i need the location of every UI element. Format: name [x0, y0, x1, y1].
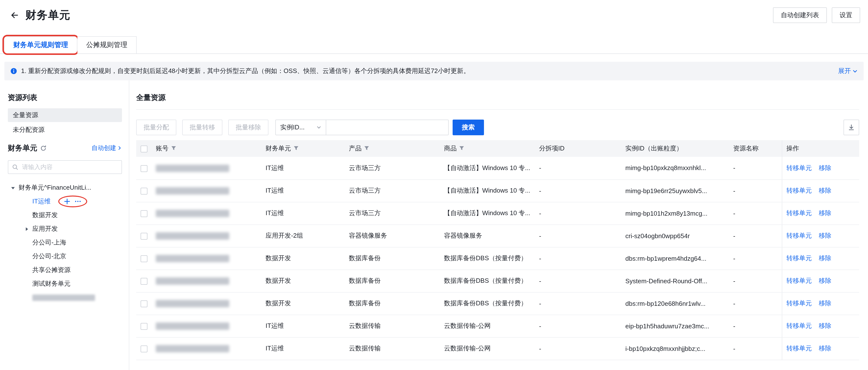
- commodity-cell: 云数据传输-公网: [440, 315, 535, 337]
- actions-cell: 转移单元移除: [782, 179, 859, 202]
- filter-funnel-icon[interactable]: [459, 145, 465, 152]
- commodity-cell: 数据库备份DBS（按量付费）: [440, 247, 535, 270]
- batch-remove-button[interactable]: 批量移除: [228, 120, 269, 135]
- batch-transfer-button[interactable]: 批量转移: [182, 120, 222, 135]
- resource-name-cell: -: [730, 202, 782, 224]
- transfer-unit-link[interactable]: 转移单元: [786, 187, 812, 194]
- filter-field-select[interactable]: 实例ID...: [275, 120, 326, 135]
- tree-node-data-dev[interactable]: 数据开发: [8, 208, 122, 222]
- actions-cell: 转移单元移除: [782, 270, 859, 292]
- unit-cell: IT运维: [261, 202, 345, 224]
- tree-node-branch-shanghai[interactable]: 分公司-上海: [8, 236, 122, 249]
- remove-link[interactable]: 移除: [819, 254, 832, 262]
- expand-link[interactable]: 展开: [838, 67, 858, 75]
- row-checkbox[interactable]: [141, 278, 148, 285]
- table-row: 数据开发 数据库备份 数据库备份DBS（按量付费） - dbs:rm-bp120…: [136, 292, 859, 315]
- split-id-cell: -: [535, 157, 621, 179]
- caret-right-icon[interactable]: [25, 227, 32, 231]
- transfer-unit-link[interactable]: 转移单元: [786, 164, 812, 172]
- row-checkbox[interactable]: [141, 345, 148, 352]
- tree-node-it-ops[interactable]: IT运维: [8, 194, 122, 208]
- remove-link[interactable]: 移除: [819, 344, 832, 352]
- tree-node-label: 分公司-上海: [32, 238, 66, 247]
- transfer-unit-link[interactable]: 转移单元: [786, 344, 812, 352]
- caret-down-icon[interactable]: [11, 185, 19, 190]
- column-account: 账号: [152, 140, 261, 157]
- batch-assign-button[interactable]: 批量分配: [136, 120, 176, 135]
- unit-cell: 数据开发: [261, 247, 345, 270]
- commodity-cell: 容器镜像服务: [440, 224, 535, 247]
- table-row: IT运维 云市场三方 【自动激活】Windows 10 专... - mimg-…: [136, 157, 859, 179]
- auto-create-link[interactable]: 自动创建: [92, 144, 122, 152]
- actions-cell: 转移单元移除: [782, 157, 859, 179]
- tree-node-app-dev[interactable]: 应用开发: [8, 222, 122, 236]
- account-cell: [152, 179, 261, 202]
- download-icon: [848, 124, 855, 131]
- unit-cell: IT运维: [261, 337, 345, 360]
- remove-link[interactable]: 移除: [819, 277, 832, 284]
- settings-button[interactable]: 设置: [832, 7, 860, 23]
- commodity-cell: 【自动激活】Windows 10 专...: [440, 157, 535, 179]
- commodity-cell: 云数据传输-公网: [440, 337, 535, 360]
- remove-link[interactable]: 移除: [819, 232, 832, 239]
- node-action-icons: [61, 197, 85, 205]
- account-cell: [152, 247, 261, 270]
- transfer-unit-link[interactable]: 转移单元: [786, 209, 812, 217]
- blurred-account: [156, 345, 229, 352]
- row-checkbox-cell: [136, 315, 152, 337]
- filter-funnel-icon[interactable]: [293, 145, 299, 152]
- notice-text: 1. 重新分配资源或修改分配规则，自变更时刻后延迟48小时更新，其中分拆型云产品…: [21, 67, 470, 75]
- transfer-unit-link[interactable]: 转移单元: [786, 254, 812, 262]
- tree-node-shared-resources[interactable]: 共享公摊资源: [8, 263, 122, 277]
- row-checkbox[interactable]: [141, 255, 148, 262]
- row-checkbox[interactable]: [141, 165, 148, 172]
- sidebar-search-box: [8, 160, 122, 174]
- tree-node-test-unit[interactable]: 测试财务单元: [8, 277, 122, 290]
- resource-name-cell: -: [730, 224, 782, 247]
- remove-link[interactable]: 移除: [819, 164, 832, 172]
- sidebar-item-unassigned-resources[interactable]: 未分配资源: [8, 123, 122, 137]
- product-cell: 容器镜像服务: [345, 224, 440, 247]
- instance-id-cell: dbs:rm-bp120e68h6nr1wlv...: [621, 292, 729, 315]
- filter-funnel-icon[interactable]: [364, 145, 370, 152]
- tree-node-branch-beijing[interactable]: 分公司-北京: [8, 249, 122, 263]
- select-all-checkbox[interactable]: [141, 146, 148, 152]
- remove-link[interactable]: 移除: [819, 322, 832, 329]
- row-checkbox[interactable]: [141, 188, 148, 194]
- more-icon[interactable]: [74, 198, 81, 204]
- split-id-cell: -: [535, 337, 621, 360]
- row-checkbox[interactable]: [141, 233, 148, 240]
- download-button[interactable]: [843, 120, 859, 135]
- transfer-unit-link[interactable]: 转移单元: [786, 277, 812, 284]
- row-checkbox[interactable]: [141, 323, 148, 330]
- row-checkbox[interactable]: [141, 300, 148, 307]
- transfer-unit-link[interactable]: 转移单元: [786, 232, 812, 239]
- filter-funnel-icon[interactable]: [171, 145, 176, 152]
- refresh-icon[interactable]: [40, 145, 46, 151]
- table-row: 数据开发 数据库备份 数据库备份DBS（按量付费） - dbs:rm-bp1wp…: [136, 247, 859, 270]
- blurred-account: [156, 300, 229, 307]
- sidebar-item-all-resources[interactable]: 全量资源: [8, 108, 122, 122]
- account-cell: [152, 202, 261, 224]
- filter-value-input[interactable]: [326, 120, 449, 135]
- instance-id-cell: i-bp10pxkzq8mxxnhjjbbz;c...: [621, 337, 729, 360]
- remove-link[interactable]: 移除: [819, 209, 832, 217]
- remove-link[interactable]: 移除: [819, 187, 832, 194]
- commodity-cell: 【自动激活】Windows 10 专...: [440, 179, 535, 202]
- tab-shared-rules[interactable]: 公摊规则管理: [78, 36, 137, 54]
- auto-create-list-button[interactable]: 自动创建列表: [773, 7, 827, 23]
- sidebar-search-input[interactable]: [21, 163, 118, 171]
- add-icon[interactable]: [64, 198, 70, 204]
- search-button[interactable]: 搜索: [453, 120, 484, 135]
- tree-node-root[interactable]: 财务单元^FinanceUnitLi...: [8, 181, 122, 194]
- split-id-cell: -: [535, 202, 621, 224]
- transfer-unit-link[interactable]: 转移单元: [786, 300, 812, 307]
- unit-cell: IT运维: [261, 157, 345, 179]
- row-checkbox[interactable]: [141, 210, 148, 217]
- back-button[interactable]: [8, 8, 22, 22]
- column-resource-name: 资源名称: [730, 140, 782, 157]
- split-id-cell: -: [535, 270, 621, 292]
- transfer-unit-link[interactable]: 转移单元: [786, 322, 812, 329]
- remove-link[interactable]: 移除: [819, 300, 832, 307]
- tab-finance-unit-rules[interactable]: 财务单元规则管理: [4, 36, 78, 54]
